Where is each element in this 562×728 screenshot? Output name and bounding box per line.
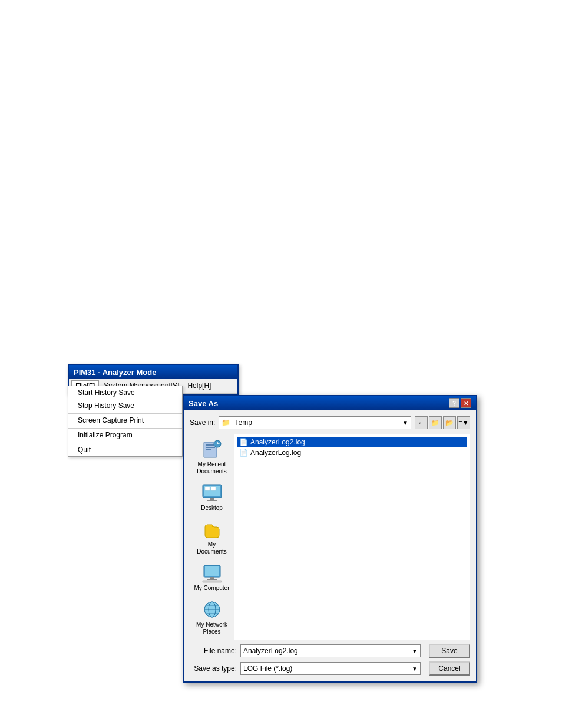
documents-label: My Documents	[194, 541, 230, 555]
help-button[interactable]: ?	[449, 398, 459, 408]
dialog-title-buttons: ? ✕	[449, 398, 471, 408]
dialog-title: Save As	[189, 399, 218, 408]
save-in-row: Save in: 📁 Temp ▼ ← 📁 📂 ≡▼	[190, 416, 470, 429]
computer-icon	[201, 562, 223, 584]
dialog-content-area: My RecentDocuments	[190, 434, 470, 640]
panel-icon-documents[interactable]: My Documents	[192, 516, 232, 558]
menu-item-quit[interactable]: Quit	[68, 443, 182, 456]
panel-icon-network[interactable]: My NetworkPlaces	[192, 597, 232, 638]
save-in-select[interactable]: 📁 Temp ▼	[219, 416, 411, 429]
cancel-button[interactable]: Cancel	[429, 661, 470, 676]
svg-rect-9	[205, 487, 210, 490]
file-name-0: AnalyzerLog2.log	[250, 438, 305, 446]
recent-label: My RecentDocuments	[197, 461, 227, 475]
save-in-arrow: ▼	[402, 420, 408, 426]
menu-help[interactable]: Help[H]	[184, 380, 214, 392]
savetype-label: Save as type:	[190, 664, 237, 673]
cancel-button-container: Cancel	[429, 661, 470, 676]
save-button[interactable]: Save	[429, 644, 470, 658]
left-panel: My RecentDocuments	[190, 434, 234, 640]
toolbar-buttons: ← 📁 📂 ≡▼	[415, 416, 470, 429]
app-titlebar: PIM31 - Analyzer Mode	[69, 365, 237, 379]
svg-rect-14	[207, 579, 217, 580]
menu-item-stop-history-save[interactable]: Stop History Save	[68, 399, 182, 412]
panel-icon-recent[interactable]: My RecentDocuments	[192, 436, 232, 477]
svg-rect-8	[207, 500, 217, 501]
svg-rect-2	[206, 447, 215, 448]
dialog-titlebar: Save As ? ✕	[184, 396, 476, 410]
new-folder-button[interactable]: 📂	[443, 416, 456, 429]
app-title: PIM31 - Analyzer Mode	[74, 368, 156, 377]
svg-rect-13	[210, 577, 214, 579]
save-button-container: Save	[429, 644, 470, 658]
documents-icon	[201, 519, 223, 540]
filename-value: AnalyzerLog2.log	[243, 647, 298, 655]
network-label: My NetworkPlaces	[196, 621, 227, 635]
menu-item-start-history-save[interactable]: Start History Save	[68, 386, 182, 399]
filename-arrow: ▼	[412, 648, 418, 654]
bottom-rows: File name: AnalyzerLog2.log ▼ Save Save …	[190, 644, 470, 676]
up-folder-button[interactable]: 📁	[429, 416, 442, 429]
views-button[interactable]: ≡▼	[457, 416, 470, 429]
desktop-icon	[201, 482, 223, 503]
svg-rect-12	[205, 566, 219, 576]
file-item-1[interactable]: 📄 AnalyzerLog.log	[237, 447, 467, 458]
desktop-label: Desktop	[201, 505, 223, 512]
network-icon	[201, 599, 223, 620]
filename-input[interactable]: AnalyzerLog2.log ▼	[240, 644, 421, 657]
svg-rect-3	[206, 449, 211, 450]
file-item-0[interactable]: 📄 AnalyzerLog2.log	[237, 437, 467, 447]
svg-rect-15	[203, 581, 222, 582]
menu-item-screen-capture[interactable]: Screen Capture Print	[68, 413, 182, 427]
save-in-value: 📁 Temp	[222, 419, 252, 427]
dialog-body: Save in: 📁 Temp ▼ ← 📁 📂 ≡▼	[184, 410, 476, 681]
filename-label: File name:	[190, 647, 237, 655]
file-icon-0: 📄	[239, 438, 248, 446]
file-icon-1: 📄	[239, 449, 248, 457]
panel-icon-desktop[interactable]: Desktop	[192, 480, 232, 514]
save-as-dialog: Save As ? ✕ Save in: 📁 Temp ▼ ← 📁 📂 ≡▼	[183, 395, 477, 683]
file-list-area[interactable]: 📄 AnalyzerLog2.log 📄 AnalyzerLog.log	[234, 434, 470, 640]
savetype-value: LOG File (*.log)	[243, 664, 292, 673]
computer-label: My Computer	[194, 585, 230, 592]
menu-item-initialize[interactable]: Initialize Program	[68, 428, 182, 442]
save-in-label: Save in:	[190, 419, 215, 427]
file-name-1: AnalyzerLog.log	[250, 449, 301, 457]
back-button[interactable]: ←	[415, 416, 428, 429]
file-dropdown-menu: Start History Save Stop History Save Scr…	[68, 386, 183, 457]
recent-icon	[201, 439, 223, 460]
svg-rect-1	[206, 444, 215, 446]
svg-rect-7	[210, 498, 214, 500]
savetype-select[interactable]: LOG File (*.log) ▼	[240, 662, 421, 675]
savetype-arrow: ▼	[412, 666, 418, 672]
svg-rect-10	[211, 487, 216, 490]
close-button[interactable]: ✕	[461, 398, 471, 408]
panel-icon-computer[interactable]: My Computer	[192, 560, 232, 594]
